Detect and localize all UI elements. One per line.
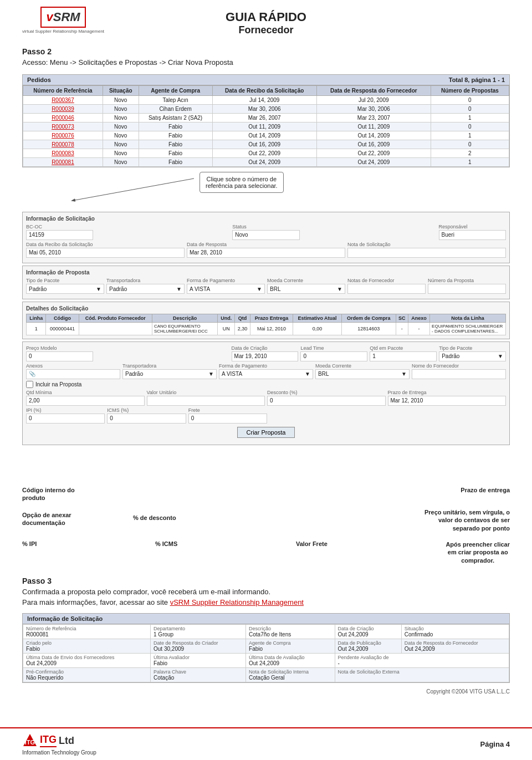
ref-r000081[interactable]: R000081 bbox=[23, 158, 103, 167]
det-oc: 12814603 bbox=[342, 323, 396, 335]
anexos2-group: Anexos 📎 bbox=[26, 363, 120, 379]
forma-pag2-val[interactable]: A VISTA ▼ bbox=[219, 369, 313, 379]
nome-forn-group: Nome do Fornecedor bbox=[412, 363, 506, 379]
forma-pag-group: Forma de Pagamento A VISTA ▼ bbox=[187, 278, 265, 294]
agent-4: Fabio bbox=[139, 123, 212, 131]
incluir-checkbox[interactable] bbox=[26, 381, 33, 388]
det-col-anexo: Anexo bbox=[408, 314, 429, 323]
step3-section: Passo 3 Confirmada a proposta pelo compr… bbox=[0, 568, 532, 610]
footer-ltd-text: Ltd bbox=[59, 735, 74, 747]
ref-r000078[interactable]: R000078 bbox=[23, 140, 103, 149]
brow-1: Número de Referência R000081 Departament… bbox=[23, 624, 509, 639]
frete-val[interactable]: 0 bbox=[188, 414, 267, 424]
para-mais: Para mais informações, favor, acessar ao… bbox=[22, 598, 510, 606]
page-footer: ITG ITG Ltd Information Technology Group… bbox=[0, 727, 532, 760]
ref-r000039[interactable]: R000039 bbox=[23, 105, 103, 114]
sit-4: Novo bbox=[103, 123, 139, 131]
date1-8: Out 24, 2009 bbox=[212, 158, 316, 167]
det-cod-forn bbox=[79, 323, 152, 335]
bc-oc-group: BC-OC 14159 bbox=[26, 224, 93, 240]
prazo-ent-val[interactable]: Mar 12, 2010 bbox=[388, 396, 507, 406]
moeda-val[interactable]: BRL ▼ bbox=[267, 284, 345, 294]
anno-preco: Preço unitário, sem vírgula, ovalor do c… bbox=[424, 508, 510, 532]
sit-3: Novo bbox=[103, 114, 139, 123]
logo-v: v bbox=[46, 10, 53, 24]
data-recibo-val: Mai 05, 2010 bbox=[26, 248, 185, 258]
bc1-dept: Departamento 1 Group bbox=[151, 624, 246, 639]
transportadora2-val[interactable]: Padrão ▼ bbox=[122, 369, 217, 379]
forma-pag-val[interactable]: A VISTA ▼ bbox=[187, 284, 265, 294]
forma-pag2-group: Forma de Pagamento A VISTA ▼ bbox=[219, 363, 313, 379]
num-prop-label: Número da Proposta bbox=[428, 278, 506, 283]
qtd-min-val[interactable]: 2,00 bbox=[26, 396, 145, 406]
date1-7: Out 22, 2009 bbox=[212, 149, 316, 158]
prazo-ent-label: Prazo de Entrega bbox=[388, 390, 507, 395]
anno-icms: % ICMS bbox=[155, 540, 177, 547]
ref-r000076[interactable]: R000076 bbox=[23, 131, 103, 140]
bc2-data-resp: Date de Resposta do Criador Out 30,2009 bbox=[151, 639, 246, 653]
lead-time-group: Lead Time 0 bbox=[300, 345, 367, 361]
desconto-val[interactable]: 0 bbox=[267, 396, 386, 406]
bc4-pre-conf: Pré-Confirmação Não Requerido bbox=[23, 667, 151, 682]
date1-1: Jul 14, 2009 bbox=[212, 96, 316, 105]
form-solicitacao-title: Informação de Solicitação bbox=[26, 216, 506, 222]
form-proposta: Informação de Proposta Tipo de Pacote Pa… bbox=[22, 266, 510, 299]
anexos2-icon[interactable]: 📎 bbox=[26, 369, 120, 379]
icms-val[interactable]: 0 bbox=[107, 414, 186, 424]
agent-1: Talep Acın bbox=[139, 96, 212, 105]
sit-6: Novo bbox=[103, 140, 139, 149]
annotations-diagram: Código interno doproduto Opção de anexar… bbox=[22, 481, 510, 536]
date1-2: Mar 30, 2006 bbox=[212, 105, 316, 114]
date2-6: Out 16, 2009 bbox=[316, 140, 431, 149]
date1-3: Mar 26, 2007 bbox=[212, 114, 316, 123]
num-4: 0 bbox=[431, 123, 509, 131]
table-row: R000039 Novo Cihan Erdem Mar 30, 2006 Ma… bbox=[23, 105, 509, 114]
tipo-pacote2-val[interactable]: Padrão ▼ bbox=[439, 351, 506, 361]
agent-8: Fabio bbox=[139, 158, 212, 167]
bc3-ultima-data: Última Data de Envio dos Fornecedores Ou… bbox=[23, 653, 151, 667]
ref-r000046[interactable]: R000046 bbox=[23, 114, 103, 123]
incluir-label[interactable]: Incluir na Proposta bbox=[26, 381, 506, 388]
title-line1: GUIA RÁPIDO bbox=[226, 10, 306, 24]
det-col-linha: Linha bbox=[27, 314, 46, 323]
title-line2: Fornecedor bbox=[226, 24, 306, 36]
preco-row-3: Qtd Mínima 2,00 Valor Unitário Desconto … bbox=[26, 390, 506, 406]
transportadora-label: Transportadora bbox=[106, 278, 185, 283]
ref-r000367[interactable]: R000367 bbox=[23, 96, 103, 105]
ipi-group: IPI (%) 0 bbox=[26, 407, 105, 424]
det-nota: EQUIPAMENTO SCHLUMBERGER - DADOS COMPLEM… bbox=[430, 323, 506, 335]
ipi-val[interactable]: 0 bbox=[26, 414, 105, 424]
date2-4: Out 11, 2009 bbox=[316, 123, 431, 131]
tipo-pacote-val[interactable]: Padrão ▼ bbox=[26, 284, 104, 294]
bc2-criado: Criado pelo Fabio bbox=[23, 639, 151, 653]
bc1-label: Número de Referência R000081 bbox=[23, 624, 151, 639]
data-criacao-val: Mar 19, 2010 bbox=[232, 351, 299, 361]
bc1-data-cri: Data de Criação Out 24,2009 bbox=[335, 624, 401, 639]
qtd-min-group: Qtd Mínima 2,00 bbox=[26, 390, 145, 406]
tipo-pacote2-text: Padrão bbox=[442, 353, 459, 360]
footer-logo-top: ITG ITG Ltd bbox=[22, 733, 74, 748]
ref-r000083[interactable]: R000083 bbox=[23, 149, 103, 158]
criar-proposta-button[interactable]: Criar Proposta bbox=[237, 427, 295, 438]
form-detalhes-title: Detalhes do Solicitação bbox=[26, 305, 506, 312]
valor-unit-val[interactable] bbox=[147, 396, 265, 406]
col-agente: Agente de Compra bbox=[139, 86, 212, 96]
num-1: 0 bbox=[431, 96, 509, 105]
bottom-table-header: Informação de Solicitação bbox=[23, 614, 509, 624]
ref-r000073[interactable]: R000073 bbox=[23, 123, 103, 131]
dropdown-arrow-icon4: ▼ bbox=[337, 286, 342, 292]
vsrm-link[interactable]: vSRM Supplier Relationship Management bbox=[170, 598, 304, 606]
table-row: R000076 Novo Fabio Out 14, 2009 Out 14, … bbox=[23, 131, 509, 140]
ipi-label: IPI (%) bbox=[26, 407, 105, 413]
bottom-table-container: Informação de Solicitação Número de Refe… bbox=[22, 613, 510, 683]
bc4-nota-ext: Nota de Solicitação Externa bbox=[335, 667, 509, 682]
bc3-ultima-aval: Última Avaliador Fabio bbox=[151, 653, 246, 667]
date2-7: Out 22, 2009 bbox=[316, 149, 431, 158]
date2-3: Mar 23, 2007 bbox=[316, 114, 431, 123]
table-title: Pedidos bbox=[27, 76, 51, 83]
qtd-em-pacote-label: Qtd em Pacote bbox=[370, 345, 437, 351]
transportadora-val[interactable]: Padrão ▼ bbox=[106, 284, 185, 294]
moeda-label: Moeda Corrente bbox=[267, 278, 345, 283]
itg-triangle-icon: ITG bbox=[22, 733, 38, 748]
moeda2-val[interactable]: BRL ▼ bbox=[315, 369, 410, 379]
